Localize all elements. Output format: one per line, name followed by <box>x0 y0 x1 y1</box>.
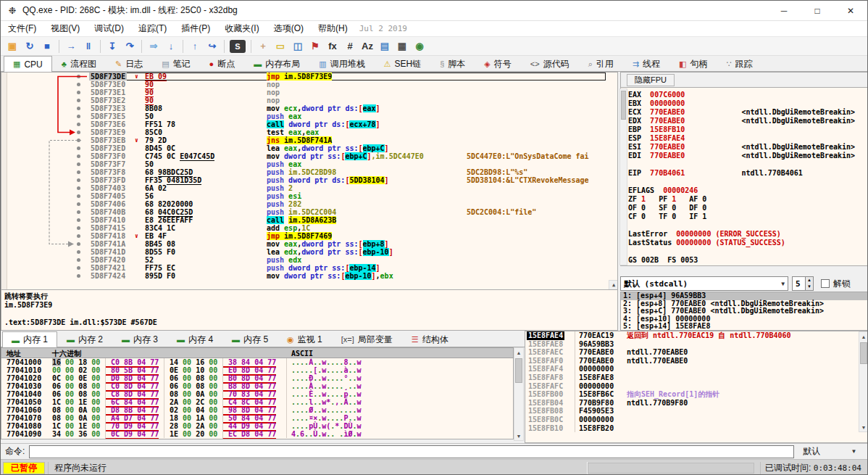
hex-byte[interactable]: D7 <box>124 414 133 422</box>
hex-byte[interactable]: 00 <box>91 414 100 422</box>
hex-byte[interactable]: 70 <box>228 390 237 398</box>
hex-byte[interactable]: 08 <box>170 390 178 398</box>
hex-byte[interactable]: 02 <box>78 366 87 374</box>
breakpoint-dot[interactable] <box>77 194 80 198</box>
hex-byte[interactable]: 77 <box>267 422 276 430</box>
disasm-row[interactable]: 5D8F741D8D55 F0lea edx,dword ptr ss:[ebp… <box>1 248 617 256</box>
hex-byte[interactable]: 2C <box>196 398 204 406</box>
hex-byte[interactable]: 04 <box>254 374 263 382</box>
disasm-row[interactable]: 5D8F73F868 98BDC25Dpush im.5DC2BD985DC2B… <box>1 168 617 176</box>
stack-row[interactable]: 15E8FAE4770EAC19返回到 ntdll.770EAC19 自 ntd… <box>525 331 858 340</box>
breakpoint-dot[interactable] <box>77 218 80 222</box>
tab-source[interactable]: <>源代码 <box>521 56 579 71</box>
hex-byte[interactable]: 00 <box>91 390 100 398</box>
hex-byte[interactable]: C8 <box>111 390 120 398</box>
tab-dump-4[interactable]: ▬内存 4 <box>167 331 222 347</box>
hex-byte[interactable]: 08 <box>78 382 87 390</box>
register-line[interactable]: GS 002B FS 0053 <box>628 256 868 265</box>
breakpoint-dot[interactable] <box>77 107 80 110</box>
hex-byte[interactable]: 00 <box>209 366 217 374</box>
register-line[interactable]: EFLAGS 00000246 <box>628 186 868 195</box>
stack-row[interactable]: 15E8FB0C00000000 <box>525 416 858 424</box>
dump-vertical-scrollbar[interactable]: ▲ ▼ <box>514 347 524 441</box>
breakpoint-dot[interactable] <box>77 178 80 182</box>
tab-dump-5[interactable]: ▬内存 5 <box>222 331 277 347</box>
hex-byte[interactable]: 04 <box>137 398 146 406</box>
hex-byte[interactable]: 1C <box>52 398 61 406</box>
hex-byte[interactable]: 2A <box>170 398 178 406</box>
hex-byte[interactable]: 00 <box>91 406 100 414</box>
hex-byte[interactable]: 04 <box>254 422 263 430</box>
hex-byte[interactable]: 08 <box>52 414 61 422</box>
hex-byte[interactable]: 00 <box>91 366 100 374</box>
breakpoint-dot[interactable] <box>77 242 80 246</box>
disasm-row[interactable]: 5D8F73ED8D45 0Clea eax,dword ptr ss:[ebp… <box>1 144 617 152</box>
register-line[interactable]: LastStatus 00000000 (STATUS_SUCCESS) <box>628 239 868 247</box>
disasm-row[interactable]: 5D8F7424895D F0mov dword ptr ss:[ebp-10]… <box>1 272 617 280</box>
disasm-row[interactable]: 5D8F740B68 04C0C25Dpush im.5DC2C0045DC2C… <box>1 208 617 216</box>
hex-byte[interactable]: 77 <box>267 406 276 414</box>
hex-byte[interactable]: 28 <box>170 422 178 430</box>
hex-byte[interactable]: 00 <box>209 398 217 406</box>
tab-breakpoints[interactable]: ●断点 <box>200 56 245 71</box>
register-line[interactable]: CF 0 TF 0 IF 1 <box>628 212 868 221</box>
hex-byte[interactable]: 00 <box>65 422 74 430</box>
hex-byte[interactable]: 00 <box>91 374 100 382</box>
breakpoint-dot[interactable] <box>77 99 80 102</box>
hex-byte[interactable]: 00 <box>183 374 191 382</box>
hex-byte[interactable]: 00 <box>65 398 74 406</box>
register-line[interactable] <box>628 221 868 230</box>
unlock-checkbox[interactable] <box>821 279 830 288</box>
hex-byte[interactable]: 06 <box>170 374 178 382</box>
hex-byte[interactable]: 98 <box>228 406 237 414</box>
register-line[interactable] <box>628 178 868 186</box>
tab-trace[interactable]: ∵跟踪 <box>717 56 761 71</box>
hex-byte[interactable]: 00 <box>183 430 191 438</box>
breakpoint-dot[interactable] <box>77 210 80 214</box>
dump-row[interactable]: 770410200C 00 0E 00D0 8D 04 7706 00 08 0… <box>1 374 513 382</box>
menu-debug[interactable]: 调试(D) <box>87 21 131 36</box>
hex-byte[interactable]: 1C <box>52 422 61 430</box>
disasm-vertical-scrollbar[interactable]: ▲ ▼ <box>609 280 618 290</box>
hex-byte[interactable]: 00 <box>183 382 191 390</box>
register-line[interactable]: OF 0 SF 0 DF 0 <box>628 204 868 212</box>
disasm-row[interactable]: 5D8F741A8B45 08mov eax,dword ptr ss:[ebp… <box>1 240 617 248</box>
disasm-row[interactable]: 5D8F73E090nop <box>1 80 617 88</box>
hex-byte[interactable]: 18 <box>78 358 87 366</box>
step-into-icon[interactable]: ↧ <box>104 38 120 54</box>
maximize-button[interactable]: □ <box>801 1 834 20</box>
tab-references[interactable]: ⌕引用 <box>579 56 623 71</box>
hex-byte[interactable]: 1A <box>196 414 204 422</box>
hex-byte[interactable]: 04 <box>196 406 204 414</box>
hide-fpu-button[interactable]: 隐藏FPU <box>627 74 675 86</box>
hex-byte[interactable]: 04 <box>254 430 263 438</box>
breakpoint-dot[interactable] <box>77 162 80 166</box>
hex-byte[interactable]: 70 <box>111 422 120 430</box>
breakpoint-dot[interactable] <box>77 234 80 238</box>
stack-row[interactable]: 15E8FAEC770EABE0ntdll.770EABE0 <box>525 348 858 357</box>
hex-byte[interactable]: 04 <box>137 422 146 430</box>
disasm-row[interactable]: 5D8F741583C4 1Cadd esp,1C <box>1 224 617 232</box>
hex-byte[interactable]: 77 <box>267 414 276 422</box>
hex-byte[interactable]: 04 <box>254 358 263 366</box>
hex-byte[interactable]: 77 <box>267 374 276 382</box>
register-line[interactable]: EDI 770EABE0 <ntdll.DbgUiRemoteBreakin> <box>628 152 868 160</box>
disasm-row[interactable]: 5D8F7410E8 26EEFAFFcall im.5D8A623B <box>1 216 617 224</box>
breakpoint-dot[interactable] <box>77 258 80 262</box>
hex-byte[interactable]: 36 <box>78 430 87 438</box>
disassembly-pane[interactable]: 5D8F73DE∨EB 09jmp im.5D8F73E95D8F73E090n… <box>1 72 618 290</box>
breakpoint-dot[interactable] <box>77 115 80 118</box>
breakpoint-dot[interactable] <box>77 170 80 174</box>
hex-byte[interactable]: 77 <box>267 358 276 366</box>
hex-byte[interactable]: 18 <box>170 414 178 422</box>
execute-till-return-icon[interactable]: ↑ <box>187 38 203 54</box>
hex-byte[interactable]: 00 <box>52 366 61 374</box>
hex-byte[interactable]: 00 <box>183 414 191 422</box>
hex-byte[interactable]: D9 <box>241 422 250 430</box>
run-to-cursor-icon[interactable]: ⇒ <box>146 38 162 54</box>
menu-trace[interactable]: 追踪(T) <box>131 21 174 36</box>
register-line[interactable]: EBP 15E8FB10 <box>628 125 868 134</box>
disasm-row[interactable]: 5D8F73E38B08mov ecx,dword ptr ds:[eax] <box>1 104 617 112</box>
breakpoint-dot[interactable] <box>77 75 80 78</box>
hex-byte[interactable]: 77 <box>267 398 276 406</box>
